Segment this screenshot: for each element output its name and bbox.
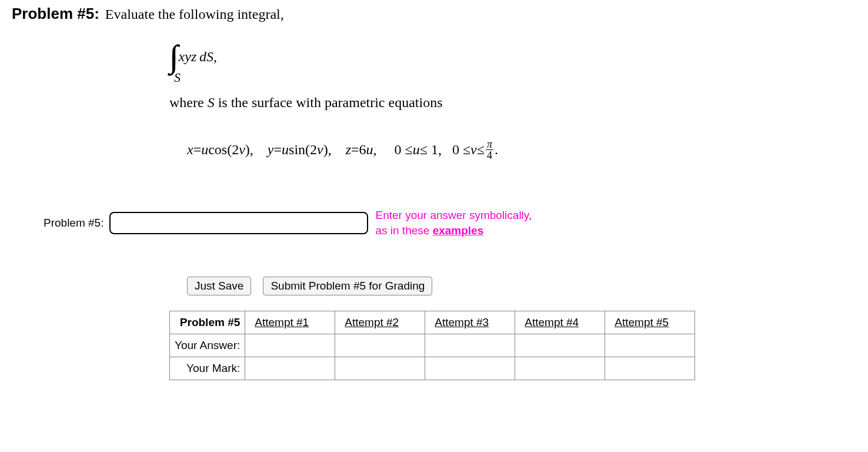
double-integral-icon: ∫∫	[169, 41, 171, 72]
problem-number-label: Problem #5:	[12, 5, 99, 23]
button-row: Just Save Submit Problem #5 for Grading	[187, 277, 856, 295]
answer-cell-3	[425, 334, 515, 357]
attempts-table: Problem #5 Attempt #1 Attempt #2 Attempt…	[169, 311, 695, 380]
answer-label: Problem #5:	[44, 217, 104, 230]
attempt-link-2[interactable]: Attempt #2	[335, 311, 425, 334]
attempts-header-cell: Problem #5	[170, 311, 245, 334]
mark-cell-1	[245, 357, 335, 380]
fraction-pi-over-4: π 4	[486, 139, 493, 161]
parametric-equations: x = u cos(2 v ), y = u sin(2 v ), z = 6u…	[187, 139, 856, 161]
integral-expression: ∫∫ xyz dS, S	[169, 41, 856, 84]
attempt-link-1[interactable]: Attempt #1	[245, 311, 335, 334]
table-row: Your Mark:	[170, 357, 695, 380]
problem-header: Problem #5: Evaluate the following integ…	[12, 5, 856, 23]
answer-area: Problem #5: Enter your answer symbolical…	[44, 208, 856, 238]
integrand: xyz dS,	[179, 49, 217, 64]
table-row: Your Answer:	[170, 334, 695, 357]
examples-link[interactable]: examples	[433, 224, 484, 237]
answer-cell-4	[515, 334, 605, 357]
answer-cell-5	[605, 334, 695, 357]
where-line: where S is the surface with parametric e…	[169, 95, 856, 111]
answer-input[interactable]	[109, 212, 368, 234]
mark-cell-3	[425, 357, 515, 380]
attempt-link-5[interactable]: Attempt #5	[605, 311, 695, 334]
attempt-link-3[interactable]: Attempt #3	[425, 311, 515, 334]
problem-instruction: Evaluate the following integral,	[105, 6, 284, 22]
answer-hint: Enter your answer symbolically, as in th…	[375, 208, 532, 238]
mark-cell-5	[605, 357, 695, 380]
attempt-link-4[interactable]: Attempt #4	[515, 311, 605, 334]
integral-subscript: S	[174, 71, 856, 84]
mark-cell-4	[515, 357, 605, 380]
your-mark-label: Your Mark:	[170, 357, 245, 380]
your-answer-label: Your Answer:	[170, 334, 245, 357]
submit-button[interactable]: Submit Problem #5 for Grading	[263, 277, 432, 295]
table-row: Problem #5 Attempt #1 Attempt #2 Attempt…	[170, 311, 695, 334]
answer-cell-1	[245, 334, 335, 357]
answer-cell-2	[335, 334, 425, 357]
just-save-button[interactable]: Just Save	[187, 277, 251, 295]
mark-cell-2	[335, 357, 425, 380]
